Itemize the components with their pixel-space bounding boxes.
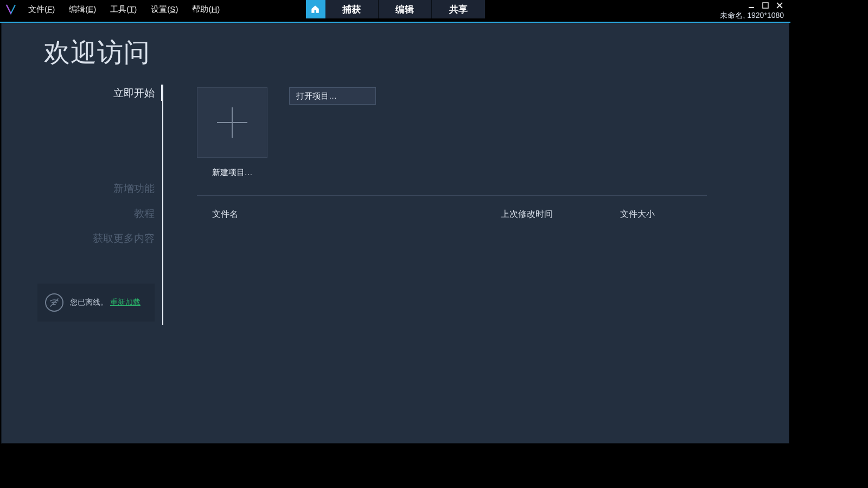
- offline-text: 您已离线。 重新加载: [70, 297, 141, 308]
- offline-reload-link[interactable]: 重新加载: [110, 298, 141, 306]
- window-controls: [747, 0, 787, 10]
- document-status: 未命名, 1920*1080: [720, 10, 787, 21]
- maximize-button[interactable]: [761, 1, 770, 10]
- mode-tab-home[interactable]: [306, 0, 326, 18]
- app-window: 文件(F) 编辑(E) 工具(T) 设置(S) 帮助(H) 捕获 编辑: [0, 0, 790, 445]
- new-project-tile: 新建项目…: [197, 87, 267, 178]
- recent-divider: [197, 195, 707, 196]
- titlebar: 文件(F) 编辑(E) 工具(T) 设置(S) 帮助(H) 捕获 编辑: [0, 0, 790, 23]
- start-row: 新建项目… 打开项目…: [197, 87, 756, 178]
- mode-tabs: 捕获 编辑 共享: [306, 0, 485, 18]
- new-project-button[interactable]: [197, 87, 267, 158]
- minimize-button[interactable]: [747, 1, 756, 10]
- menu-edit[interactable]: 编辑(E): [62, 1, 103, 18]
- menu-file[interactable]: 文件(F): [22, 1, 61, 18]
- offline-icon: [45, 293, 63, 312]
- close-button[interactable]: [775, 1, 784, 10]
- col-modified: 上次修改时间: [501, 209, 620, 220]
- nav-tutorials[interactable]: 教程: [134, 207, 155, 221]
- mode-tab-capture[interactable]: 捕获: [326, 0, 379, 18]
- offline-panel: 您已离线。 重新加载: [37, 284, 155, 322]
- nav-getmore[interactable]: 获取更多内容: [93, 232, 155, 246]
- offline-message: 您已离线。: [70, 298, 108, 306]
- open-project-button[interactable]: 打开项目…: [289, 87, 376, 105]
- col-size: 文件大小: [620, 209, 707, 220]
- recent-header: 文件名 上次修改时间 文件大小: [197, 209, 707, 220]
- menu-tools[interactable]: 工具(T): [104, 1, 143, 18]
- mode-tab-share[interactable]: 共享: [432, 0, 485, 18]
- nav-whatsnew[interactable]: 新增功能: [113, 182, 155, 196]
- start-content: 新建项目… 打开项目… 文件名 上次修改时间 文件大小: [197, 87, 756, 432]
- mode-tab-edit[interactable]: 编辑: [379, 0, 432, 18]
- welcome-screen: 欢迎访问 立即开始 新增功能 教程 获取更多内容 您已离线。 重新加载: [1, 23, 789, 444]
- home-icon: [310, 4, 320, 14]
- col-filename: 文件名: [197, 209, 501, 220]
- nav-start[interactable]: 立即开始: [113, 86, 155, 100]
- menubar: 文件(F) 编辑(E) 工具(T) 设置(S) 帮助(H): [0, 0, 226, 18]
- svg-rect-1: [763, 3, 768, 8]
- svg-rect-0: [749, 7, 754, 8]
- app-logo-icon: [4, 3, 17, 16]
- titlebar-right: 未命名, 1920*1080: [720, 0, 790, 21]
- menu-settings[interactable]: 设置(S): [144, 1, 184, 18]
- menu-help[interactable]: 帮助(H): [186, 1, 226, 18]
- plus-icon: [217, 107, 247, 138]
- new-project-label: 新建项目…: [212, 168, 253, 178]
- welcome-title: 欢迎访问: [44, 35, 150, 70]
